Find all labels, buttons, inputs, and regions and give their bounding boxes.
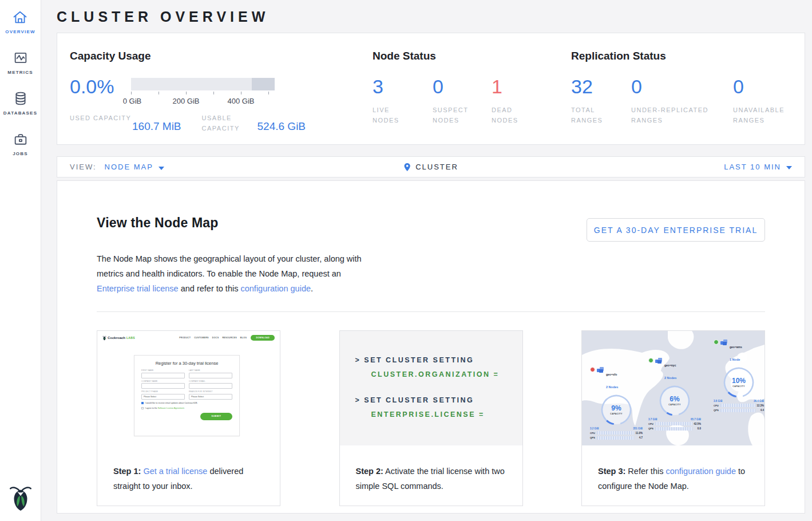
main-content: CLUSTER OVERVIEW Capacity Usage 0.0% 0 G… bbox=[41, 0, 812, 514]
mini-cockroach-logo: Cockroach LABS bbox=[102, 336, 135, 341]
configuration-guide-link[interactable]: configuration guide bbox=[666, 467, 736, 476]
capacity-bar-reserved-segment bbox=[252, 78, 275, 90]
live-nodes-value: 3 bbox=[373, 77, 433, 96]
qps-sparkline bbox=[597, 436, 634, 440]
mini-submit-button: SUBMIT bbox=[200, 413, 232, 420]
sidebar: OVERVIEW METRICS DATABASES JOBS bbox=[0, 0, 41, 521]
metrics-icon bbox=[13, 50, 29, 66]
replication-status-title: Replication Status bbox=[571, 50, 805, 62]
unavailable-ranges-label: UNAVAILABLE RANGES bbox=[733, 105, 796, 125]
capacity-usage-title: Capacity Usage bbox=[70, 50, 373, 62]
step-2-caption: Step 2: Activate the trial license with … bbox=[356, 464, 511, 494]
description-text: . bbox=[311, 284, 313, 293]
sql-commands-snippet: > SET CLUSTER SETTING CLUSTER.ORGANIZATI… bbox=[340, 331, 522, 445]
registration-page-thumbnail: Cockroach LABS PRODUCTCUSTOMERSDOCSRESOU… bbox=[97, 331, 280, 437]
node-locality-widget: geo=sfo2 Nodes 9%CAPACITY 3.2 GiB351 GiB… bbox=[590, 366, 643, 440]
live-nodes-label: LIVE NODES bbox=[373, 105, 413, 125]
node-locality-widget: geo=ams1 Node 10%CAPACITY 3.6 GiB36.4 Gi… bbox=[714, 339, 764, 412]
enterprise-trial-button[interactable]: GET A 30-DAY ENTERPRISE TRIAL bbox=[587, 218, 765, 242]
axis-tick-label: 200 GiB bbox=[173, 97, 200, 105]
get-trial-license-link[interactable]: Get a trial license bbox=[143, 467, 207, 476]
node-locality-widget: geo=nyc2 Nodes 6%CAPACITY 3.7 GiB65.7 Gi… bbox=[648, 357, 701, 431]
mini-select: Please Select bbox=[141, 394, 185, 400]
unavailable-ranges-value: 0 bbox=[733, 77, 796, 96]
under-replicated-ranges-label: UNDER-REPLICATED RANGES bbox=[631, 105, 728, 125]
usable-capacity-value: 524.6 GiB bbox=[258, 113, 306, 133]
sql-setting: CLUSTER.ORGANIZATION = bbox=[371, 370, 522, 378]
home-icon bbox=[12, 9, 28, 25]
mini-download-button: DOWNLOAD bbox=[251, 335, 275, 341]
node-map-description: The Node Map shows the geographical layo… bbox=[97, 251, 366, 296]
cluster-summary-panel: Capacity Usage 0.0% 0 GiB 200 GiB 400 Gi… bbox=[57, 33, 805, 145]
total-ranges-metric: 32 TOTAL RANGES bbox=[571, 77, 631, 125]
node-status-section: Node Status 3 LIVE NODES 0 SUSPECT NODES… bbox=[373, 45, 571, 144]
cockroachdb-logo bbox=[9, 484, 32, 514]
used-capacity-label: USED CAPACITY bbox=[70, 113, 132, 133]
page-title: CLUSTER OVERVIEW bbox=[57, 0, 805, 33]
axis-tick-label: 0 GiB bbox=[123, 97, 142, 105]
replication-status-section: Replication Status 32 TOTAL RANGES 0 UND… bbox=[571, 45, 805, 144]
cpu-sparkline bbox=[720, 404, 755, 407]
enterprise-trial-license-link[interactable]: Enterprise trial license bbox=[97, 284, 179, 293]
view-label: VIEW: bbox=[70, 163, 97, 171]
mini-checkbox bbox=[141, 407, 144, 409]
axis-tick-label: 400 GiB bbox=[228, 97, 255, 105]
sidebar-item-jobs[interactable]: JOBS bbox=[13, 131, 29, 156]
breadcrumb-cluster[interactable]: CLUSTER bbox=[403, 163, 458, 172]
sql-setting: ENTERPRISE.LICENSE = bbox=[371, 411, 522, 419]
briefcase-icon bbox=[13, 131, 29, 147]
unavailable-ranges-metric: 0 UNAVAILABLE RANGES bbox=[733, 77, 796, 125]
sidebar-item-label: DATABASES bbox=[3, 110, 37, 116]
mini-nav: PRODUCTCUSTOMERSDOCSRESOURCESBLOG bbox=[179, 337, 247, 339]
mini-input bbox=[189, 383, 232, 389]
node-status-dot-green bbox=[714, 340, 719, 345]
under-replicated-ranges-metric: 0 UNDER-REPLICATED RANGES bbox=[631, 77, 733, 125]
node-cubes-icon bbox=[597, 366, 604, 373]
sidebar-item-databases[interactable]: DATABASES bbox=[3, 90, 37, 116]
dead-nodes-label: DEAD NODES bbox=[492, 105, 532, 125]
configuration-guide-link[interactable]: configuration guide bbox=[240, 284, 311, 293]
view-dropdown[interactable]: NODE MAP bbox=[105, 163, 164, 171]
step-1-card: Cockroach LABS PRODUCTCUSTOMERSDOCSRESOU… bbox=[97, 330, 280, 506]
node-map-thumbnail: geo=sfo2 Nodes 9%CAPACITY 3.2 GiB351 GiB… bbox=[582, 331, 765, 445]
node-cubes-icon bbox=[720, 339, 728, 346]
description-text: and refer to this bbox=[179, 284, 241, 293]
live-nodes-metric: 3 LIVE NODES bbox=[373, 77, 433, 125]
qps-sparkline bbox=[655, 427, 692, 431]
node-status-dot-red bbox=[590, 367, 595, 372]
sidebar-item-label: METRICS bbox=[7, 70, 33, 75]
cpu-sparkline bbox=[655, 422, 692, 425]
sidebar-item-label: JOBS bbox=[13, 151, 28, 156]
step-3-caption: Step 3: Refer this configuration guide t… bbox=[598, 464, 753, 494]
suspect-nodes-label: SUSPECT NODES bbox=[433, 105, 481, 125]
database-icon bbox=[13, 90, 29, 106]
capacity-percent: 0.0% bbox=[70, 77, 131, 106]
breadcrumb-label: CLUSTER bbox=[415, 163, 458, 171]
mini-input bbox=[141, 373, 185, 378]
time-range-dropdown[interactable]: LAST 10 MIN bbox=[724, 163, 792, 171]
view-bar: VIEW: NODE MAP CLUSTER LAST 10 MIN bbox=[57, 156, 805, 177]
sidebar-item-label: OVERVIEW bbox=[5, 29, 35, 34]
sidebar-item-overview[interactable]: OVERVIEW bbox=[5, 9, 35, 34]
total-ranges-value: 32 bbox=[571, 77, 631, 96]
sql-command: > SET CLUSTER SETTING bbox=[355, 396, 522, 404]
view-selector[interactable]: VIEW: NODE MAP bbox=[70, 163, 164, 171]
sql-command: > SET CLUSTER SETTING bbox=[355, 356, 522, 364]
map-pin-icon bbox=[403, 163, 411, 172]
capacity-donut: 10%CAPACITY bbox=[722, 366, 755, 399]
sidebar-item-metrics[interactable]: METRICS bbox=[7, 50, 33, 75]
step-2-card: > SET CLUSTER SETTING CLUSTER.ORGANIZATI… bbox=[339, 330, 523, 506]
usable-capacity-label: USABLE CAPACITY bbox=[202, 113, 258, 133]
mini-select: Please Select bbox=[189, 394, 232, 400]
node-status-dot-green bbox=[648, 358, 653, 363]
mini-input bbox=[141, 383, 185, 389]
step-3-card: geo=sfo2 Nodes 9%CAPACITY 3.2 GiB351 GiB… bbox=[581, 330, 765, 506]
step-1-caption: Step 1: Get a trial license delivered st… bbox=[113, 464, 268, 494]
capacity-donut: 6%CAPACITY bbox=[658, 384, 691, 417]
mini-checkbox-checked bbox=[141, 402, 144, 404]
mini-input bbox=[189, 373, 232, 378]
dropdown-arrow-icon bbox=[159, 167, 164, 170]
total-ranges-label: TOTAL RANGES bbox=[571, 105, 611, 125]
suspect-nodes-value: 0 bbox=[433, 77, 492, 96]
node-status-title: Node Status bbox=[373, 50, 571, 62]
